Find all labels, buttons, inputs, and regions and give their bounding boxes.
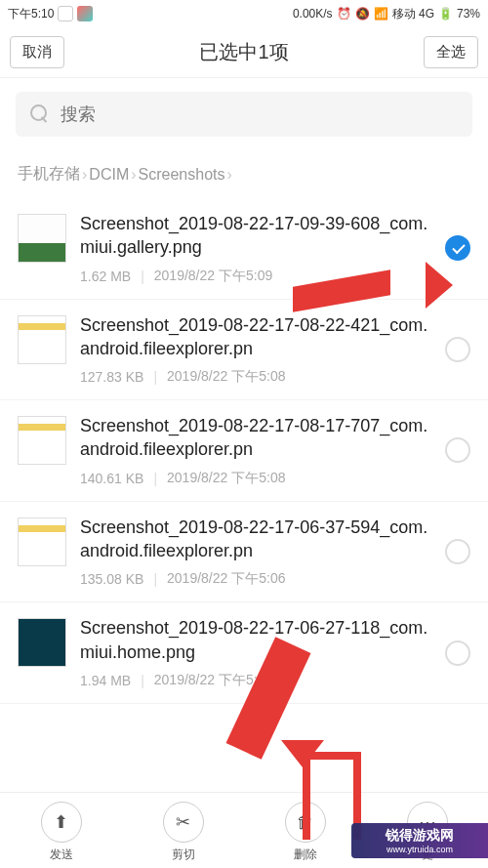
file-size: 1.94 MB bbox=[80, 673, 131, 688]
battery-percent: 73% bbox=[457, 7, 480, 21]
crumb-dcim[interactable]: DCIM bbox=[89, 166, 129, 184]
file-thumbnail bbox=[18, 517, 66, 566]
sogou-tray-icon bbox=[77, 6, 93, 21]
file-name: Screenshot_2019-08-22-17-08-22-421_com.a… bbox=[80, 313, 431, 361]
dnd-icon: 🔕 bbox=[355, 7, 370, 21]
list-item[interactable]: Screenshot_2019-08-22-17-06-37-594_com.a… bbox=[0, 502, 488, 603]
status-time: 下午5:10 bbox=[8, 6, 54, 22]
list-item[interactable]: Screenshot_2019-08-22-17-08-17-707_com.a… bbox=[0, 400, 488, 502]
status-bar: 下午5:10 0.00K/s ⏰ 🔕 📶 移动 4G 🔋 73% bbox=[0, 0, 488, 27]
file-thumbnail bbox=[18, 416, 66, 465]
file-thumbnail bbox=[18, 315, 66, 364]
meta-separator: | bbox=[141, 269, 144, 284]
file-size: 127.83 KB bbox=[80, 369, 143, 385]
search-input[interactable] bbox=[61, 104, 459, 125]
file-name: Screenshot_2019-08-22-17-06-27-118_com.m… bbox=[80, 616, 431, 664]
search-icon bbox=[29, 103, 51, 125]
file-list: Screenshot_2019-08-22-17-09-39-608_com.m… bbox=[0, 198, 488, 704]
select-all-button[interactable]: 全选 bbox=[424, 36, 478, 68]
alarm-icon: ⏰ bbox=[337, 7, 351, 21]
page-title: 已选中1项 bbox=[64, 39, 424, 65]
checkbox[interactable] bbox=[445, 437, 470, 463]
chevron-right-icon: › bbox=[226, 166, 231, 184]
list-item[interactable]: Screenshot_2019-08-22-17-08-22-421_com.a… bbox=[0, 300, 488, 401]
checkbox[interactable] bbox=[445, 641, 470, 666]
watermark-url: www.ytruida.com bbox=[386, 845, 453, 854]
net-speed: 0.00K/s bbox=[293, 7, 333, 21]
file-name: Screenshot_2019-08-22-17-06-37-594_com.a… bbox=[80, 516, 431, 563]
meta-separator: | bbox=[153, 369, 157, 385]
carrier-label: 移动 4G bbox=[392, 6, 434, 22]
file-thumbnail bbox=[18, 214, 66, 263]
cancel-button[interactable]: 取消 bbox=[10, 36, 64, 68]
meta-separator: | bbox=[153, 571, 157, 587]
list-item[interactable]: Screenshot_2019-08-22-17-06-27-118_com.m… bbox=[0, 602, 488, 704]
file-thumbnail bbox=[18, 618, 66, 667]
file-date: 2019/8/22 下午5:09 bbox=[154, 268, 272, 285]
meta-separator: | bbox=[153, 471, 157, 486]
file-size: 135.08 KB bbox=[80, 571, 143, 587]
battery-icon: 🔋 bbox=[438, 7, 453, 21]
scissors-icon: ✂ bbox=[176, 811, 190, 833]
crumb-root[interactable]: 手机存储 bbox=[18, 164, 80, 185]
watermark-title: 锐得游戏网 bbox=[386, 827, 454, 845]
delete-label: 删除 bbox=[294, 847, 317, 863]
trash-icon: 🗑 bbox=[297, 812, 314, 833]
delete-action[interactable]: 🗑 删除 bbox=[285, 802, 326, 863]
file-size: 1.62 MB bbox=[80, 269, 131, 284]
file-date: 2019/8/22 下午5:06 bbox=[167, 570, 285, 588]
upload-icon: ⬆ bbox=[54, 811, 68, 833]
checkbox-checked[interactable] bbox=[445, 235, 470, 261]
file-name: Screenshot_2019-08-22-17-09-39-608_com.m… bbox=[80, 212, 431, 260]
file-size: 140.61 KB bbox=[80, 471, 143, 486]
meta-separator: | bbox=[141, 673, 144, 688]
cut-action[interactable]: ✂ 剪切 bbox=[163, 802, 204, 863]
breadcrumb[interactable]: 手机存储 › DCIM › Screenshots › bbox=[0, 150, 488, 198]
checkbox[interactable] bbox=[445, 539, 470, 564]
watermark: 锐得游戏网 www.ytruida.com bbox=[351, 823, 488, 858]
file-date: 2019/8/22 下午5:08 bbox=[167, 368, 285, 386]
chevron-right-icon: › bbox=[82, 166, 87, 184]
send-action[interactable]: ⬆ 发送 bbox=[41, 802, 82, 863]
chevron-right-icon: › bbox=[131, 166, 136, 184]
checkbox[interactable] bbox=[445, 337, 470, 362]
search-bar[interactable] bbox=[16, 92, 472, 137]
signal-icon: 📶 bbox=[374, 7, 388, 21]
file-date: 2019/8/22 下午5:06 bbox=[154, 672, 272, 689]
cut-label: 剪切 bbox=[172, 847, 195, 863]
send-label: 发送 bbox=[50, 847, 73, 863]
file-date: 2019/8/22 下午5:08 bbox=[167, 470, 285, 487]
file-name: Screenshot_2019-08-22-17-08-17-707_com.a… bbox=[80, 414, 431, 462]
crumb-screenshots[interactable]: Screenshots bbox=[139, 166, 225, 184]
qq-tray-icon bbox=[58, 6, 73, 21]
list-item[interactable]: Screenshot_2019-08-22-17-09-39-608_com.m… bbox=[0, 198, 488, 300]
header: 取消 已选中1项 全选 bbox=[0, 27, 488, 78]
